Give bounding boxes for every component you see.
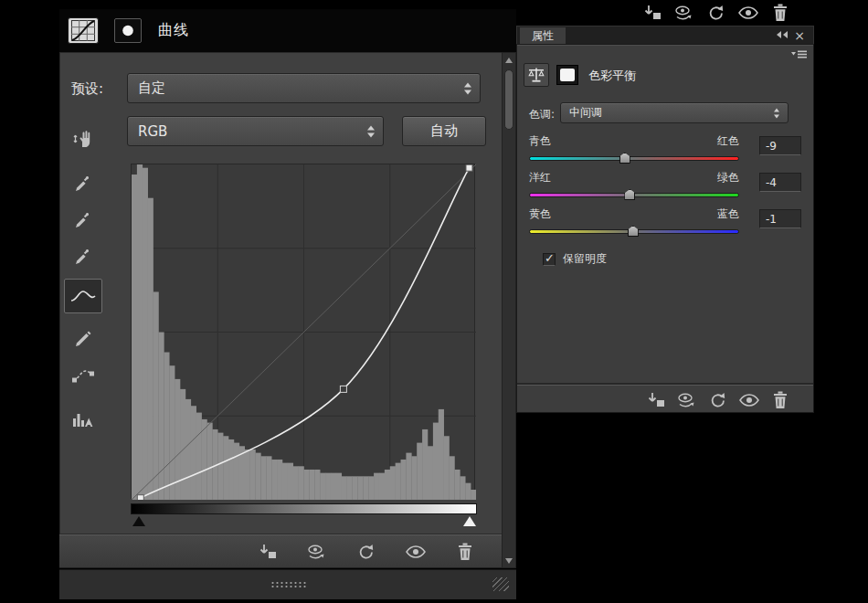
- black-point-eyedropper[interactable]: [66, 170, 101, 197]
- slider-thumb[interactable]: [624, 189, 635, 200]
- highlight-input-slider[interactable]: [463, 516, 476, 526]
- slider-thumb[interactable]: [619, 153, 630, 164]
- curve-point[interactable]: [340, 386, 346, 392]
- tonal-gradient-bar: [131, 503, 477, 514]
- pencil-icon: [74, 330, 92, 348]
- properties-header: 色彩平衡: [517, 63, 813, 90]
- auto-button[interactable]: 自动: [402, 116, 486, 146]
- reset-icon[interactable]: [355, 543, 377, 561]
- reset-icon[interactable]: [705, 4, 727, 22]
- auto-button-label: 自动: [430, 122, 458, 140]
- panel-menu-icon[interactable]: [791, 49, 807, 59]
- clip-to-layer-icon[interactable]: [257, 543, 279, 561]
- slider-left-label: 洋红: [529, 170, 551, 185]
- channel-dropdown[interactable]: RGB: [127, 116, 384, 146]
- yellow-blue-slider-group: 黄色 蓝色 -1: [517, 206, 813, 243]
- slider-right-label: 蓝色: [717, 206, 739, 222]
- slider-thumb[interactable]: [628, 226, 639, 237]
- collapse-panel-icon[interactable]: [777, 31, 788, 38]
- scroll-up-button[interactable]: [503, 53, 515, 67]
- delete-icon[interactable]: [454, 543, 476, 561]
- channel-value: RGB: [138, 123, 167, 140]
- visibility-icon[interactable]: [738, 391, 760, 409]
- histogram-clip-icon: [72, 411, 95, 428]
- slider-right-label: 红色: [717, 133, 739, 149]
- eyedropper-icon: [74, 175, 92, 193]
- visibility-previous-icon[interactable]: [306, 543, 328, 561]
- properties-bottom-toolbar: [517, 385, 813, 414]
- smooth-curve-tool[interactable]: [66, 362, 101, 389]
- adjustment-title: 色彩平衡: [588, 68, 636, 84]
- curve-point[interactable]: [137, 495, 143, 500]
- magenta-green-slider-group: 洋红 绿色 -4: [517, 170, 813, 206]
- visibility-icon[interactable]: [737, 4, 759, 22]
- preset-label: 预设:: [71, 80, 103, 98]
- yellow-blue-track[interactable]: [529, 229, 739, 234]
- tab-label: 属性: [532, 28, 554, 44]
- tone-value: 中间调: [569, 105, 602, 121]
- photoshop-workspace: { "top_toolbar": { "icons": ["clip-to-la…: [0, 0, 868, 603]
- curves-body: 预设: 自定 RGB 自动: [59, 52, 502, 534]
- panel-grip-strip: [59, 569, 516, 599]
- properties-body: 色彩平衡 色调: 中间调 青色 红色 -9 洋红 绿色 -4: [516, 44, 814, 413]
- reset-icon[interactable]: [707, 391, 729, 409]
- white-point-eyedropper[interactable]: [66, 243, 101, 270]
- panel-scrollbar[interactable]: [502, 52, 516, 568]
- visibility-previous-icon[interactable]: [673, 4, 695, 22]
- tone-dropdown[interactable]: 中间调: [560, 102, 789, 123]
- preserve-luminosity-checkbox[interactable]: [543, 253, 556, 266]
- curves-bottom-toolbar: [59, 534, 502, 568]
- curve-graph[interactable]: [131, 164, 475, 499]
- mask-thumbnail[interactable]: [556, 65, 578, 85]
- shadow-input-slider[interactable]: [132, 516, 145, 526]
- curves-panel: 曲线 预设: 自定 RGB 自动: [59, 9, 516, 599]
- curve-point[interactable]: [466, 164, 472, 171]
- magenta-green-value[interactable]: -4: [759, 173, 801, 192]
- targeted-adjustment-tool[interactable]: [66, 124, 101, 152]
- cyan-red-slider-group: 青色 红色 -9: [517, 133, 813, 170]
- visibility-previous-icon[interactable]: [676, 391, 698, 409]
- collapsed-panel-toolbar: [641, 4, 791, 22]
- preserve-luminosity-row: 保留明度: [543, 251, 607, 267]
- layer-mask-icon[interactable]: [114, 18, 142, 43]
- preset-dropdown[interactable]: 自定: [127, 73, 481, 103]
- slider-left-label: 黄色: [529, 206, 551, 222]
- edit-points-tool[interactable]: [64, 279, 102, 313]
- magenta-green-track[interactable]: [529, 193, 739, 197]
- dropdown-arrows-icon: [774, 108, 779, 118]
- slider-left-label: 青色: [529, 133, 551, 149]
- preset-value: 自定: [138, 79, 165, 97]
- preserve-luminosity-label: 保留明度: [563, 251, 607, 267]
- pencil-tool[interactable]: [66, 325, 101, 353]
- visibility-icon[interactable]: [405, 543, 427, 561]
- gray-point-eyedropper[interactable]: [66, 206, 101, 234]
- tone-label: 色调:: [529, 107, 555, 122]
- slider-right-label: 绿色: [717, 170, 739, 185]
- clipping-display-tool[interactable]: [66, 406, 101, 433]
- cyan-red-track[interactable]: [529, 156, 739, 161]
- resize-grip-icon[interactable]: [492, 577, 509, 591]
- delete-icon[interactable]: [769, 391, 791, 409]
- eyedropper-icon: [74, 211, 92, 229]
- tab-properties[interactable]: 属性: [520, 27, 566, 45]
- drag-grip-icon[interactable]: [270, 581, 307, 588]
- smooth-curve-icon: [72, 368, 94, 383]
- eyedropper-icon: [74, 248, 92, 266]
- delete-icon[interactable]: [769, 4, 791, 22]
- dropdown-arrows-icon: [367, 125, 375, 137]
- mask-white-icon: [560, 69, 575, 81]
- color-balance-icon: [524, 63, 549, 87]
- clip-to-layer-icon[interactable]: [641, 4, 663, 22]
- curves-titlebar: 曲线: [59, 9, 516, 52]
- targeted-adjustment-icon: [72, 128, 94, 148]
- curve-wave-icon: [70, 288, 96, 304]
- yellow-blue-value[interactable]: -1: [759, 209, 801, 228]
- cyan-red-value[interactable]: -9: [759, 136, 801, 155]
- panel-title: 曲线: [158, 21, 189, 40]
- scrollbar-thumb[interactable]: [504, 69, 513, 130]
- scroll-down-button[interactable]: [503, 554, 515, 567]
- dropdown-arrows-icon: [464, 82, 471, 94]
- close-icon[interactable]: ×: [794, 27, 805, 44]
- properties-tabstrip: 属性 ×: [516, 26, 814, 44]
- clip-to-layer-icon[interactable]: [645, 391, 667, 409]
